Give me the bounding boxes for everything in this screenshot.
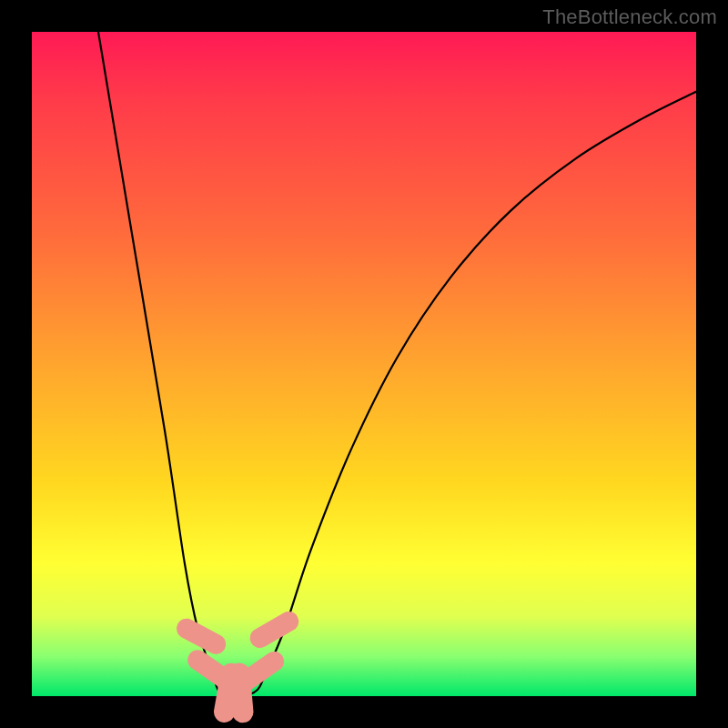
chart-frame: TheBottleneck.com [0,0,728,728]
watermark-label: TheBottleneck.com [542,5,717,29]
plot-area [32,32,696,696]
curve-marker [247,608,303,652]
curve-svg [32,32,696,696]
bottleneck-curve [98,32,696,697]
curve-markers [173,608,302,724]
